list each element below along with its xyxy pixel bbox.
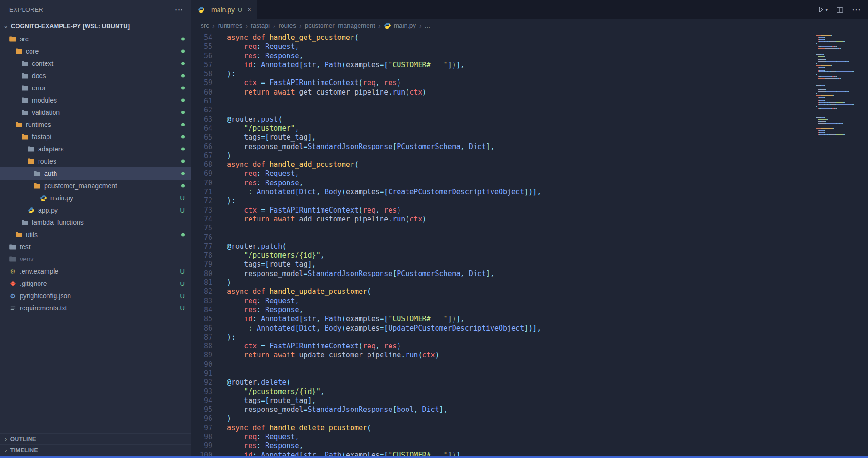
code-line[interactable]: 54async def handle_get_pcustomer( <box>192 33 813 42</box>
run-button[interactable]: ▾ <box>817 6 828 13</box>
git-status-badge: U <box>180 207 185 214</box>
code-line[interactable]: 58): <box>192 70 813 79</box>
code-line[interactable]: 73 ctx = FastAPIRuntimeContext(req, res) <box>192 206 813 215</box>
code-line[interactable]: 57 id: Annotated[str, Path(examples=["CU… <box>192 61 813 70</box>
code-line[interactable]: 95 response_model=StandardJsonResponse[b… <box>192 405 813 414</box>
line-number: 74 <box>192 215 212 224</box>
code-text: "/pcustomers/{id}", <box>227 387 325 396</box>
tree-item-routes[interactable]: routes <box>0 155 191 167</box>
tree-item-pyrightconfig-json[interactable]: ⚙pyrightconfig.jsonU <box>0 290 191 302</box>
split-editor-button[interactable] <box>836 6 844 14</box>
code-line[interactable]: 69 req: Request, <box>192 169 813 178</box>
code-line[interactable]: 72): <box>192 197 813 205</box>
code-line[interactable]: 63@router.post( <box>192 115 813 124</box>
tree-item-auth[interactable]: auth <box>0 167 191 180</box>
tree-item-src[interactable]: src <box>0 33 191 45</box>
code-line[interactable]: 100 id: Annotated[str, Path(examples=["C… <box>192 451 813 456</box>
code-line[interactable]: 87): <box>192 333 813 342</box>
tree-item-test[interactable]: test <box>0 241 191 253</box>
tree-item-adapters[interactable]: adapters <box>0 143 191 155</box>
breadcrumb-item[interactable]: runtimes <box>218 22 242 29</box>
explorer-more-actions-icon[interactable]: ⋯ <box>175 6 184 14</box>
tree-item-requirements-txt[interactable]: requirements.txtU <box>0 302 191 314</box>
code-line[interactable]: 56 res: Response, <box>192 52 813 61</box>
git-status-badge: U <box>180 292 185 300</box>
tree-item-env-example[interactable]: ⚙.env.exampleU <box>0 265 191 277</box>
code-line[interactable]: 55 req: Request, <box>192 42 813 51</box>
tree-item-error[interactable]: error <box>0 82 191 94</box>
code-line[interactable]: 65 tags=[route_tag], <box>192 133 813 142</box>
code-line[interactable]: 96) <box>192 414 813 423</box>
tree-item-utils[interactable]: utils <box>0 229 191 241</box>
code-line[interactable]: 80 response_model=StandardJsonResponse[P… <box>192 269 813 278</box>
code-line[interactable]: 98 req: Request, <box>192 433 813 442</box>
breadcrumb-item[interactable]: routes <box>279 22 297 29</box>
code-line[interactable]: 71 _: Annotated[Dict, Body(examples=[Cre… <box>192 188 813 197</box>
breadcrumb-item[interactable]: main.py <box>384 22 416 30</box>
tree-item-core[interactable]: core <box>0 45 191 57</box>
code-line[interactable]: 59 ctx = FastAPIRuntimeContext(req, res) <box>192 79 813 87</box>
code-line[interactable]: 66 response_model=StandardJsonResponse[P… <box>192 142 813 151</box>
tree-item-lambda-functions[interactable]: lambda_functions <box>0 216 191 229</box>
tree-item-docs[interactable]: docs <box>0 70 191 82</box>
code-line[interactable]: 94 tags=[route_tag], <box>192 396 813 405</box>
tree-item-app-py[interactable]: app.pyU <box>0 204 191 216</box>
code-text: res: Response, <box>227 52 304 61</box>
timeline-section-header[interactable]: › TIMELINE <box>0 444 191 456</box>
outline-section-header[interactable]: › OUTLINE <box>0 433 191 444</box>
breadcrumb: src›runtimes›fastapi›routes›pcustomer_ma… <box>192 19 807 32</box>
code-line[interactable]: 84 res: Response, <box>192 306 813 315</box>
tree-item-gitignore[interactable]: .gitignoreU <box>0 277 191 290</box>
code-line[interactable]: 70 res: Response, <box>192 179 813 188</box>
code-line[interactable]: 74 return await add_customer_pipeline.ru… <box>192 215 813 224</box>
tree-item-context[interactable]: context <box>0 57 191 70</box>
code-line[interactable]: 75 <box>192 224 813 233</box>
status-bar[interactable] <box>0 456 868 458</box>
code-line[interactable]: 68async def handle_add_pcustomer( <box>192 160 813 169</box>
close-icon[interactable]: × <box>247 6 251 14</box>
code-line[interactable]: 83 req: Request, <box>192 297 813 306</box>
code-line[interactable]: 86 _: Annotated[Dict, Body(examples=[Upd… <box>192 324 813 333</box>
code-line[interactable]: 93 "/pcustomers/{id}", <box>192 387 813 396</box>
code-line[interactable]: 97async def handle_delete_pcustomer( <box>192 424 813 433</box>
tree-item-runtimes[interactable]: runtimes <box>0 118 191 131</box>
code-line[interactable]: 79 tags=[route_tag], <box>192 260 813 269</box>
tree-item-validation[interactable]: validation <box>0 106 191 118</box>
code-line[interactable]: 81) <box>192 278 813 287</box>
modified-dot-badge <box>181 160 185 163</box>
breadcrumb-item[interactable]: src <box>201 22 209 29</box>
code-line[interactable]: 64 "/pcustomer", <box>192 124 813 133</box>
minimap[interactable] <box>813 32 868 456</box>
tree-item-venv[interactable]: venv <box>0 253 191 265</box>
code-line[interactable]: 92@router.delete( <box>192 378 813 387</box>
breadcrumb-item[interactable]: pcustomer_management <box>305 22 375 29</box>
code-line[interactable]: 90 <box>192 360 813 369</box>
more-actions-button[interactable]: ⋯ <box>852 6 860 14</box>
tree-item-label: .gitignore <box>20 280 47 287</box>
tree-item-main-py[interactable]: main.pyU <box>0 192 191 204</box>
project-section-header[interactable]: ⌄ COGNITO-EXAMPLE-PY [WSL: UBUNTU] <box>0 20 191 32</box>
breadcrumb-item[interactable]: fastapi <box>251 22 270 29</box>
code-line[interactable]: 91 <box>192 369 813 378</box>
code-line[interactable]: 88 ctx = FastAPIRuntimeContext(req, res) <box>192 342 813 351</box>
breadcrumb-item[interactable]: ... <box>425 22 430 29</box>
tree-item-pcustomer-management[interactable]: pcustomer_management <box>0 180 191 192</box>
code-line[interactable]: 77@router.patch( <box>192 242 813 251</box>
minimap-line <box>816 106 866 107</box>
code-line[interactable]: 62 <box>192 106 813 115</box>
code-line[interactable]: 60 return await get_customer_pipeline.ru… <box>192 88 813 97</box>
minimap-line <box>816 115 866 116</box>
code-line[interactable]: 85 id: Annotated[str, Path(examples=["CU… <box>192 315 813 324</box>
code-line[interactable]: 89 return await update_customer_pipeline… <box>192 351 813 360</box>
code-line[interactable]: 76 <box>192 233 813 242</box>
code-line[interactable]: 67) <box>192 151 813 160</box>
code-editor[interactable]: 54async def handle_get_pcustomer(55 req:… <box>192 32 813 456</box>
tree-item-modules[interactable]: modules <box>0 94 191 106</box>
tree-item-fastapi[interactable]: fastapi <box>0 131 191 143</box>
code-line[interactable]: 82async def handle_update_pcustomer( <box>192 287 813 296</box>
code-line[interactable]: 61 <box>192 97 813 106</box>
code-line[interactable]: 99 res: Response, <box>192 442 813 450</box>
code-line[interactable]: 78 "/pcustomers/{id}", <box>192 251 813 260</box>
tab-main.py[interactable]: main.pyU× <box>192 0 257 19</box>
line-number: 67 <box>192 151 212 160</box>
